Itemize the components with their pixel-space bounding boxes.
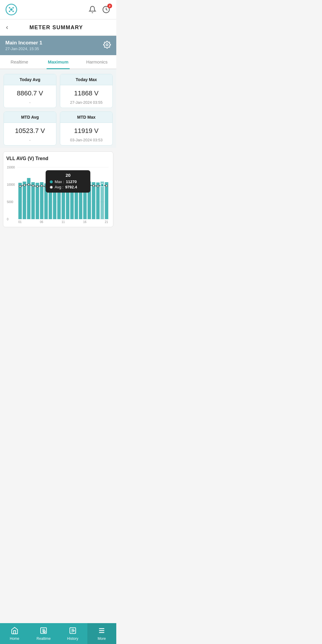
svg-text:16: 16	[83, 220, 86, 224]
svg-point-1	[10, 8, 13, 11]
svg-point-7	[106, 44, 108, 46]
svg-text:0: 0	[7, 218, 9, 221]
svg-point-40	[32, 185, 34, 187]
tabs-bar: Realtime Maximum Harmonics	[0, 55, 116, 69]
chart-container[interactable]: 15000 10000 5000 0	[6, 164, 110, 224]
svg-point-57	[106, 185, 108, 187]
back-button[interactable]: ‹	[6, 24, 8, 31]
cards-grid: Today Avg 8860.7 V - Today Max 11868 V 2…	[0, 69, 116, 148]
tooltip-avg-value: 9792.4	[65, 185, 77, 189]
svg-text:10000: 10000	[7, 183, 15, 186]
svg-rect-33	[92, 182, 95, 219]
svg-text:11: 11	[62, 220, 65, 224]
svg-rect-17	[23, 182, 26, 219]
card-today-max: Today Max 11868 V 27-Jan-2024 03:55	[60, 74, 113, 108]
svg-point-41	[37, 185, 38, 187]
svg-point-54	[93, 185, 95, 187]
page-nav: ‹ METER SUMMARY	[0, 19, 116, 36]
card-mtd-avg-sub: -	[7, 138, 53, 142]
tab-realtime[interactable]: Realtime	[0, 55, 39, 69]
svg-point-3	[13, 11, 14, 12]
svg-point-42	[41, 185, 43, 187]
card-today-max-value: 11868 V	[63, 89, 109, 97]
tab-harmonics[interactable]: Harmonics	[78, 55, 116, 69]
svg-point-55	[97, 185, 99, 187]
chart-tooltip: 20 Max : 11270 Avg : 9792.4	[46, 170, 90, 193]
tooltip-avg-label: Avg :	[55, 185, 63, 189]
settings-button[interactable]	[103, 41, 111, 50]
svg-point-56	[101, 184, 104, 187]
card-mtd-max-sub: 03-Jan-2024 03:53	[63, 138, 109, 142]
svg-rect-20	[36, 183, 39, 219]
svg-point-2	[9, 11, 10, 12]
svg-text:15000: 15000	[7, 166, 15, 169]
svg-rect-19	[31, 182, 35, 219]
chart-section: VLL AVG (V) Trend 15000 10000 5000 0	[3, 151, 113, 227]
history-clock-button[interactable]: 2	[101, 5, 111, 14]
tooltip-day: 20	[50, 173, 86, 178]
svg-rect-21	[40, 182, 44, 219]
svg-point-37	[19, 185, 21, 187]
top-header: 2	[0, 0, 116, 19]
card-mtd-max-header: MTD Max	[60, 112, 112, 123]
card-mtd-max: MTD Max 11919 V 03-Jan-2024 03:53	[60, 112, 113, 145]
svg-point-38	[24, 184, 25, 186]
svg-rect-34	[96, 182, 100, 219]
tooltip-avg-dot	[50, 186, 53, 189]
tab-maximum[interactable]: Maximum	[39, 55, 78, 69]
svg-text:06: 06	[40, 220, 43, 224]
svg-point-5	[13, 7, 14, 9]
card-today-avg-header: Today Avg	[4, 74, 56, 85]
svg-rect-16	[18, 183, 22, 219]
tooltip-max-dot	[50, 180, 53, 183]
svg-text:21: 21	[105, 220, 108, 224]
card-mtd-avg-header: MTD Avg	[4, 112, 56, 123]
tooltip-max-label: Max :	[55, 179, 64, 184]
device-datetime: 27-Jan-2024, 15:35	[5, 47, 42, 51]
svg-point-4	[9, 7, 10, 9]
svg-text:5000: 5000	[7, 200, 13, 204]
card-today-max-header: Today Max	[60, 74, 112, 85]
device-name: Main Incomer 1	[5, 40, 42, 46]
tooltip-max-value: 11270	[66, 179, 77, 184]
card-today-avg: Today Avg 8860.7 V -	[4, 74, 56, 108]
header-icons: 2	[88, 5, 111, 14]
page-title: METER SUMMARY	[11, 24, 101, 31]
svg-point-39	[28, 184, 30, 185]
device-bar: Main Incomer 1 27-Jan-2024, 15:35	[0, 36, 116, 55]
app-logo	[5, 4, 17, 16]
card-today-avg-value: 8860.7 V	[7, 89, 53, 97]
svg-rect-36	[105, 182, 109, 219]
svg-text:01: 01	[18, 220, 22, 224]
chart-title: VLL AVG (V) Trend	[6, 156, 110, 161]
notification-badge: 2	[107, 4, 112, 8]
card-mtd-avg: MTD Avg 10523.7 V -	[4, 112, 56, 145]
notification-button[interactable]	[88, 5, 97, 14]
svg-rect-35	[100, 182, 104, 219]
card-today-avg-sub: -	[7, 100, 53, 105]
card-today-max-sub: 27-Jan-2024 03:55	[63, 100, 109, 105]
card-mtd-avg-value: 10523.7 V	[7, 127, 53, 135]
card-mtd-max-value: 11919 V	[63, 127, 109, 135]
